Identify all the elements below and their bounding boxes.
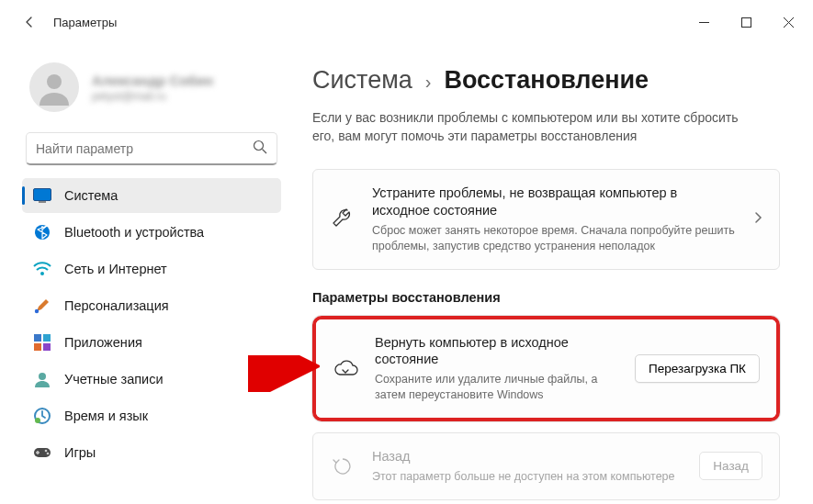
svg-point-8 bbox=[40, 272, 44, 275]
page-title: Восстановление bbox=[444, 66, 649, 95]
clock-icon bbox=[33, 407, 51, 425]
history-back-icon bbox=[330, 454, 356, 478]
close-button[interactable] bbox=[767, 7, 809, 37]
search-input[interactable] bbox=[36, 141, 253, 156]
sidebar-item-label: Учетные записи bbox=[64, 372, 164, 386]
go-back-card: Назад Этот параметр больше не доступен н… bbox=[312, 432, 780, 500]
svg-point-18 bbox=[45, 450, 48, 453]
sidebar-item-label: Приложения bbox=[64, 335, 142, 350]
chevron-right-icon bbox=[753, 211, 762, 228]
card-title: Назад bbox=[372, 448, 683, 465]
profile-name: Александр Собин bbox=[92, 73, 213, 88]
content: Система › Восстановление Если у вас возн… bbox=[292, 44, 813, 504]
svg-point-14 bbox=[39, 373, 46, 380]
wrench-icon bbox=[330, 207, 356, 231]
svg-rect-12 bbox=[34, 343, 41, 351]
sidebar-item-apps[interactable]: Приложения bbox=[22, 325, 281, 360]
svg-point-3 bbox=[254, 140, 264, 150]
svg-rect-5 bbox=[34, 189, 51, 201]
brush-icon bbox=[33, 297, 51, 315]
system-icon bbox=[33, 186, 51, 205]
reset-pc-button[interactable]: Перезагрузка ПК bbox=[635, 354, 760, 383]
chevron-right-icon: › bbox=[425, 72, 432, 93]
avatar bbox=[29, 62, 79, 112]
breadcrumb: Система › Восстановление bbox=[312, 66, 780, 95]
svg-rect-10 bbox=[34, 334, 41, 342]
svg-rect-13 bbox=[43, 343, 51, 351]
window-controls bbox=[683, 7, 809, 37]
profile-text: Александр Собин petyot@mail.ru bbox=[92, 73, 213, 103]
sidebar-item-label: Персонализация bbox=[64, 298, 169, 313]
back-button[interactable] bbox=[11, 4, 48, 40]
svg-rect-11 bbox=[43, 334, 51, 342]
apps-icon bbox=[33, 333, 51, 352]
card-desc: Этот параметр больше не доступен на этом… bbox=[372, 469, 683, 485]
intro-text: Если у вас возникли проблемы с компьютер… bbox=[312, 109, 753, 145]
sidebar-item-label: Игры bbox=[64, 445, 96, 460]
highlight-frame: Вернуть компьютер в исходное состояние С… bbox=[312, 316, 780, 421]
cloud-reset-icon bbox=[333, 358, 358, 378]
sidebar-item-time[interactable]: Время и язык bbox=[22, 398, 281, 433]
card-title: Вернуть компьютер в исходное состояние bbox=[375, 334, 618, 369]
breadcrumb-parent[interactable]: Система bbox=[312, 66, 412, 95]
svg-rect-1 bbox=[741, 17, 751, 27]
card-title: Устраните проблемы, не возвращая компьют… bbox=[372, 185, 737, 219]
sidebar-item-label: Время и язык bbox=[64, 409, 148, 423]
sidebar-item-system[interactable]: Система bbox=[22, 178, 281, 213]
sidebar-item-personalization[interactable]: Персонализация bbox=[22, 288, 281, 323]
svg-point-9 bbox=[35, 309, 39, 313]
sidebar-item-label: Сеть и Интернет bbox=[64, 262, 167, 276]
bluetooth-icon bbox=[33, 223, 51, 241]
svg-rect-6 bbox=[39, 201, 46, 203]
sidebar: Александр Собин petyot@mail.ru Система B… bbox=[0, 44, 292, 504]
reset-pc-card: Вернуть компьютер в исходное состояние С… bbox=[316, 319, 776, 418]
minimize-button[interactable] bbox=[683, 7, 725, 37]
troubleshoot-card[interactable]: Устраните проблемы, не возвращая компьют… bbox=[312, 169, 780, 269]
sidebar-item-network[interactable]: Сеть и Интернет bbox=[22, 252, 281, 286]
svg-line-4 bbox=[263, 149, 267, 153]
gamepad-icon bbox=[33, 443, 51, 462]
section-title: Параметры восстановления bbox=[312, 290, 780, 305]
search-icon bbox=[253, 140, 267, 158]
card-desc: Сброс может занять некоторое время. Снач… bbox=[372, 223, 737, 254]
sidebar-item-label: Bluetooth и устройства bbox=[64, 225, 204, 240]
svg-point-16 bbox=[35, 418, 40, 423]
svg-point-2 bbox=[47, 74, 62, 89]
maximize-button[interactable] bbox=[725, 7, 767, 37]
profile-block[interactable]: Александр Собин petyot@mail.ru bbox=[22, 55, 281, 129]
window-title: Параметры bbox=[53, 16, 117, 29]
sidebar-item-accounts[interactable]: Учетные записи bbox=[22, 362, 281, 397]
person-icon bbox=[33, 370, 51, 388]
svg-point-19 bbox=[47, 453, 50, 455]
search-box[interactable] bbox=[26, 132, 277, 165]
sidebar-item-bluetooth[interactable]: Bluetooth и устройства bbox=[22, 215, 281, 250]
sidebar-item-label: Система bbox=[64, 188, 118, 203]
card-desc: Сохраните или удалите личные файлы, а за… bbox=[375, 372, 618, 403]
sidebar-item-gaming[interactable]: Игры bbox=[22, 435, 281, 470]
wifi-icon bbox=[33, 260, 51, 278]
go-back-button: Назад bbox=[699, 452, 762, 480]
nav: Система Bluetooth и устройства Сеть и Ин… bbox=[22, 178, 281, 470]
titlebar: Параметры bbox=[0, 0, 813, 44]
profile-email: petyot@mail.ru bbox=[92, 90, 213, 103]
